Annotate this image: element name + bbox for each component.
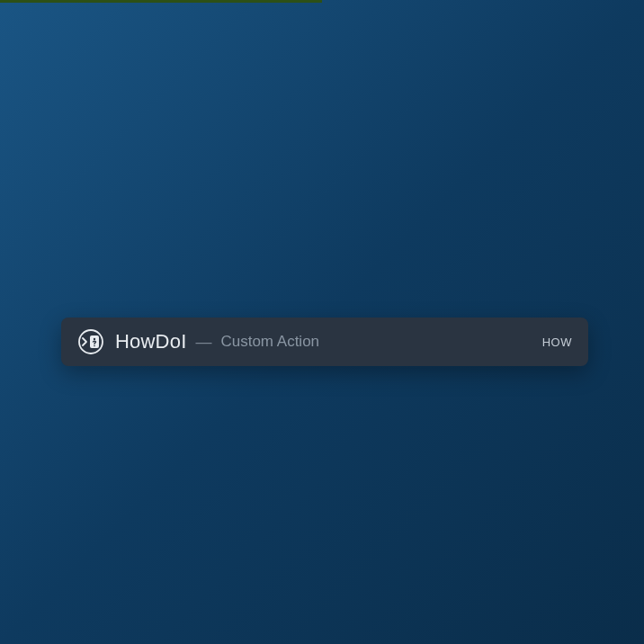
title-separator: — [195, 333, 211, 352]
command-subtitle: Custom Action [220, 333, 319, 351]
command-title: HowDoI [115, 330, 186, 353]
command-badge: HOW [542, 335, 572, 349]
prompt-question-icon [77, 328, 104, 355]
svg-point-2 [94, 338, 95, 340]
command-bar[interactable]: HowDoI — Custom Action HOW [61, 318, 588, 366]
svg-point-3 [94, 345, 95, 347]
command-icon [77, 328, 104, 355]
